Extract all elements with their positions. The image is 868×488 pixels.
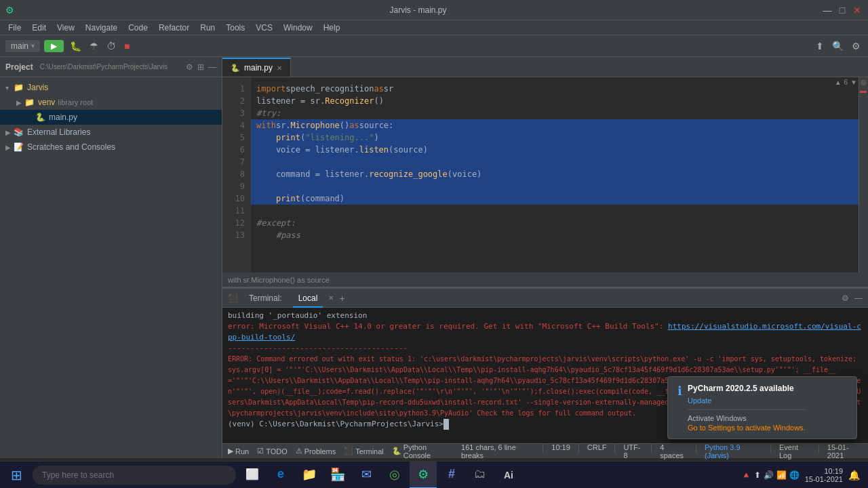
menu-tools[interactable]: Tools bbox=[220, 20, 250, 35]
taskbar-ai-item[interactable]: Ai bbox=[495, 462, 522, 489]
sidebar-header-icons: ⚙ ⊞ — bbox=[186, 62, 216, 72]
taskbar-app-explorer[interactable]: 📁 bbox=[296, 462, 323, 489]
error-count: ▲6▼ bbox=[835, 79, 857, 86]
tree-item-scratches[interactable]: ▶ 📝 Scratches and Consoles bbox=[0, 140, 222, 155]
bottom-bar: ▶ Run ☑ TODO ⚠ Problems ⬛ Terminal 🐍 Pyt… bbox=[222, 443, 868, 458]
menu-file[interactable]: File bbox=[3, 20, 26, 35]
tab-mainpy[interactable]: 🐍 main.py ✕ bbox=[222, 58, 291, 77]
line-numbers: 1 2 3 4 5 6 7 8 9 10 11 12 13 bbox=[222, 77, 251, 272]
taskbar-search-input[interactable] bbox=[33, 466, 236, 485]
taskbar-app-edge[interactable]: e bbox=[267, 462, 294, 489]
problems-btn[interactable]: ⚠ Problems bbox=[296, 447, 336, 455]
expand-icon[interactable]: ⊞ bbox=[197, 62, 204, 72]
tree-item-jarvis[interactable]: ▾ 📁 Jarvis bbox=[0, 80, 222, 95]
run-config-arrow: ▾ bbox=[31, 42, 35, 49]
menu-edit[interactable]: Edit bbox=[26, 20, 52, 35]
char-stats: 161 chars, 6 line breaks bbox=[461, 443, 534, 460]
code-content[interactable]: import speech_recognition as sr listener… bbox=[251, 77, 859, 272]
menu-navigate[interactable]: Navigate bbox=[80, 20, 123, 35]
menu-help[interactable]: Help bbox=[318, 20, 346, 35]
taskbar-app-taskview[interactable]: ⬜ bbox=[239, 462, 266, 489]
run-btn-bottom[interactable]: ▶ Run bbox=[228, 447, 249, 455]
run-button[interactable]: ▶ bbox=[44, 40, 64, 52]
run-config[interactable]: main ▾ bbox=[5, 40, 40, 52]
scroll-thumb bbox=[861, 80, 867, 85]
separator bbox=[578, 443, 579, 453]
start-button[interactable]: ⊞ bbox=[0, 462, 33, 489]
taskbar-app-chrome[interactable]: ◎ bbox=[381, 462, 408, 489]
tab-terminal[interactable]: Terminal: bbox=[243, 289, 288, 308]
taskbar-clock[interactable]: 10:19 15-01-2021 bbox=[805, 467, 843, 483]
taskbar-app-pycharm[interactable]: ⚙ bbox=[410, 462, 437, 489]
menu-refactor[interactable]: Refactor bbox=[153, 20, 195, 35]
ai-label: Ai bbox=[504, 470, 513, 481]
taskbar-app-store[interactable]: 🏪 bbox=[324, 462, 351, 489]
python-version[interactable]: Python 3.9 (Jarvis) bbox=[705, 443, 762, 460]
indent-info: 4 spaces bbox=[660, 443, 688, 460]
taskbar-right: 🔺 ⬆ 🔊 📶 🌐 10:19 15-01-2021 🔔 bbox=[733, 467, 868, 483]
tray-arrow-icon[interactable]: 🔺 bbox=[741, 470, 751, 480]
notification-update-link[interactable]: Update bbox=[688, 396, 711, 405]
stop-icon[interactable]: ■ bbox=[122, 41, 132, 52]
project-header: Project C:\Users\Darkmist\PycharmProject… bbox=[0, 57, 222, 77]
taskbar-app-mail[interactable]: ✉ bbox=[353, 462, 380, 489]
coverage-icon[interactable]: ☂ bbox=[87, 41, 100, 52]
menu-run[interactable]: Run bbox=[195, 20, 220, 35]
line-num-3: 3 bbox=[222, 107, 245, 119]
profile-icon[interactable]: ⏱ bbox=[104, 41, 118, 52]
line-num-13: 13 bbox=[222, 229, 245, 241]
notifications-icon[interactable]: 🔔 bbox=[848, 470, 860, 481]
tree-item-mainpy[interactable]: ▶ 🐍 main.py bbox=[0, 110, 222, 125]
line-num-2: 2 bbox=[222, 95, 245, 107]
separator bbox=[614, 443, 615, 453]
close-button[interactable]: ✕ bbox=[852, 5, 863, 16]
vcs-icon[interactable]: ⬆ bbox=[814, 41, 826, 52]
notification-activate-link[interactable]: Go to Settings to activate Windows. bbox=[688, 424, 806, 432]
search-everywhere-icon[interactable]: 🔍 bbox=[830, 41, 846, 52]
minimize-button[interactable]: — bbox=[822, 5, 833, 16]
tree-item-ext-libs[interactable]: ▶ 📚 External Libraries bbox=[0, 125, 222, 140]
tree-item-venv[interactable]: ▶ 📁 venv library root bbox=[0, 95, 222, 110]
tree-arrow: ▶ bbox=[5, 129, 14, 136]
settings-icon[interactable]: ⚙ bbox=[186, 62, 193, 72]
terminal-icon: ⬛ bbox=[228, 293, 238, 303]
menu-window[interactable]: Window bbox=[278, 20, 318, 35]
python-console-btn[interactable]: 🐍 Python Console bbox=[392, 443, 453, 460]
breadcrumb: with sr.Microphone() as source bbox=[222, 272, 868, 287]
menu-code[interactable]: Code bbox=[123, 20, 153, 35]
todo-btn[interactable]: ☑ TODO bbox=[257, 447, 288, 455]
line-num-7: 7 bbox=[222, 156, 245, 168]
tray-upload-icon[interactable]: ⬆ bbox=[754, 470, 761, 480]
build-tools-link[interactable]: https://visualstudio.microsoft.com/visua… bbox=[228, 322, 861, 342]
tray-network-icon[interactable]: 📶 bbox=[776, 470, 787, 480]
toolbar: main ▾ ▶ 🐛 ☂ ⏱ ■ ⬆ 🔍 ⚙ bbox=[0, 35, 868, 57]
menu-view[interactable]: View bbox=[52, 20, 80, 35]
settings-icon[interactable]: ⚙ bbox=[850, 41, 863, 52]
terminal-close-icon[interactable]: — bbox=[854, 293, 863, 303]
code-line-5: print("listening...") bbox=[251, 131, 859, 144]
maximize-button[interactable]: □ bbox=[837, 5, 848, 16]
editor-scrollbar[interactable]: ▲6▼ bbox=[859, 77, 868, 272]
tray-volume-icon[interactable]: 🔊 bbox=[764, 470, 774, 480]
app-icon: ⚙ bbox=[5, 5, 14, 16]
cursor-position: 10:19 bbox=[551, 443, 570, 460]
taskbar-app-files[interactable]: 🗂 bbox=[467, 462, 494, 489]
debug-icon[interactable]: 🐛 bbox=[68, 41, 83, 52]
add-terminal-button[interactable]: + bbox=[339, 293, 344, 304]
terminal-settings-icon[interactable]: ⚙ bbox=[842, 293, 849, 303]
pycharm-icon: ⚙ bbox=[418, 467, 429, 482]
code-line-10: print(command) bbox=[251, 192, 859, 205]
line-num-4: 4 bbox=[222, 119, 245, 131]
event-log-btn[interactable]: Event Log bbox=[779, 443, 810, 460]
tray-globe-icon[interactable]: 🌐 bbox=[789, 470, 800, 480]
close-sidebar-icon[interactable]: — bbox=[208, 62, 216, 72]
tab-close-local[interactable]: ✕ bbox=[328, 294, 334, 302]
project-tree: ▾ 📁 Jarvis ▶ 📁 venv library root ▶ 🐍 mai… bbox=[0, 77, 222, 458]
code-line-1: import speech_recognition as sr bbox=[256, 83, 853, 95]
line-num-12: 12 bbox=[222, 217, 245, 229]
tab-local[interactable]: Local bbox=[293, 289, 323, 308]
taskbar-app-discord[interactable]: # bbox=[438, 462, 465, 489]
tab-close-mainpy[interactable]: ✕ bbox=[277, 64, 282, 72]
terminal-btn[interactable]: ⬛ Terminal bbox=[344, 447, 384, 455]
menu-vcs[interactable]: VCS bbox=[250, 20, 278, 35]
